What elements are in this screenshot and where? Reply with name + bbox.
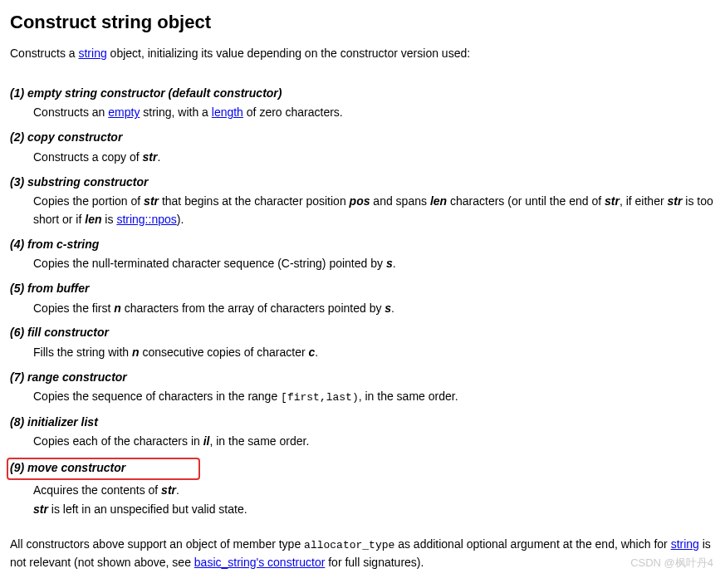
constructor-item-2: (2) copy constructorConstructs a copy of… — [10, 129, 715, 166]
constructor-desc-3: Copies the portion of str that begins at… — [33, 193, 715, 228]
constructor-heading-7: (7) range constructor — [10, 369, 715, 387]
constructor-item-8: (8) initializer listCopies each of the c… — [10, 414, 715, 451]
constructor-heading-5: (5) from buffer — [10, 280, 715, 298]
link-npos[interactable]: string::npos — [116, 213, 176, 226]
link-length[interactable]: length — [212, 105, 243, 119]
constructor-item-9: (9) move constructorAcquires the content… — [10, 458, 715, 519]
constructor-heading-8: (8) initializer list — [10, 414, 715, 432]
constructor-item-4: (4) from c-stringCopies the null-termina… — [10, 236, 715, 273]
constructor-heading-1: (1) empty string constructor (default co… — [10, 85, 715, 103]
constructor-heading-4: (4) from c-string — [10, 236, 715, 254]
constructor-item-5: (5) from bufferCopies the first n charac… — [10, 280, 715, 317]
constructor-item-1: (1) empty string constructor (default co… — [10, 85, 715, 122]
link-basic-string[interactable]: basic_string's constructor — [194, 556, 326, 569]
constructor-heading-3: (3) substring constructor — [10, 174, 715, 192]
constructor-item-7: (7) range constructorCopies the sequence… — [10, 369, 715, 407]
constructor-desc-8: Copies each of the characters in il, in … — [33, 433, 715, 451]
link-string[interactable]: string — [78, 47, 106, 60]
link-string-footnote[interactable]: string — [671, 537, 699, 551]
constructor-item-6: (6) fill constructorFills the string wit… — [10, 324, 715, 361]
constructor-desc-7: Copies the sequence of characters in the… — [33, 388, 715, 406]
constructor-desc-1: Constructs an empty string, with a lengt… — [33, 104, 715, 122]
page-title: Construct string object — [10, 8, 715, 37]
link-empty[interactable]: empty — [108, 105, 140, 119]
constructor-desc-6: Fills the string with n consecutive copi… — [33, 344, 715, 362]
highlight-box: (9) move constructor — [7, 458, 200, 480]
constructor-desc-2: Constructs a copy of str. — [33, 149, 715, 167]
constructor-desc-5: Copies the first n characters from the a… — [33, 300, 715, 318]
constructor-heading-9: (9) move constructor — [10, 458, 715, 480]
footnote: All constructors above support an object… — [10, 536, 715, 572]
constructor-desc-9: Acquires the contents of str.str is left… — [33, 482, 715, 519]
constructor-desc-4: Copies the null-terminated character seq… — [33, 255, 715, 273]
constructor-heading-2: (2) copy constructor — [10, 129, 715, 147]
intro-paragraph: Constructs a string object, initializing… — [10, 45, 715, 63]
constructor-item-3: (3) substring constructorCopies the port… — [10, 174, 715, 229]
constructor-heading-6: (6) fill constructor — [10, 324, 715, 342]
